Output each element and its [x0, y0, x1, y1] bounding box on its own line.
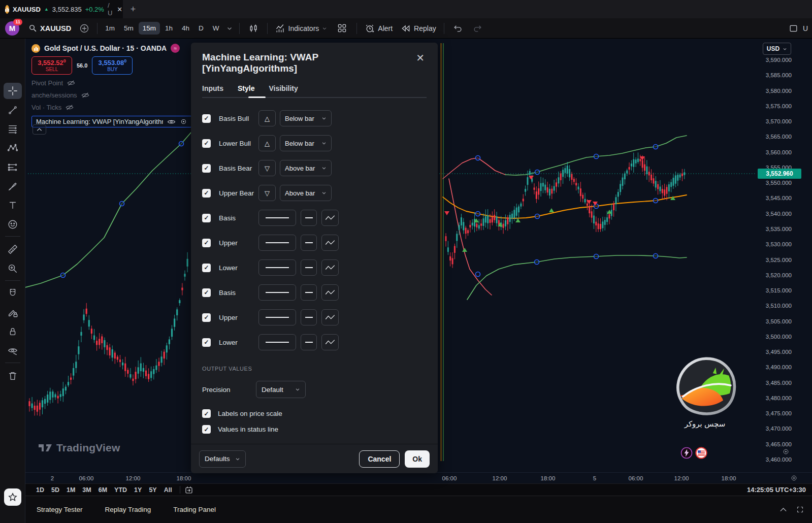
line-style-button[interactable] [321, 210, 339, 226]
trash-icon[interactable] [4, 368, 22, 384]
timeframe-D[interactable]: D [194, 22, 208, 35]
timeframe-W[interactable]: W [209, 22, 223, 35]
checkbox-checked[interactable]: ✓ [202, 164, 211, 173]
checkbox-checked[interactable]: ✓ [202, 338, 211, 347]
line-style-button[interactable] [321, 235, 339, 251]
layout-grid-icon[interactable] [331, 23, 353, 33]
undo-icon[interactable] [448, 23, 468, 33]
line-color-button[interactable] [258, 284, 296, 301]
eye-icon[interactable] [167, 118, 176, 125]
alert-button[interactable]: Alert [361, 21, 397, 36]
checkbox-checked[interactable]: ✓ [202, 214, 211, 222]
eye-off-icon[interactable] [81, 91, 90, 99]
tab-style[interactable]: Style [238, 84, 254, 97]
time-axis[interactable]: 206:0012:0018:0006:0012:0018:00506:0012:… [25, 472, 812, 483]
hide-drawings-icon[interactable] [4, 343, 22, 359]
ideas-stream-icon[interactable]: ≈ [171, 44, 180, 53]
clock[interactable]: 14:25:05 UTC+3:30 [747, 486, 806, 494]
line-width-button[interactable] [301, 210, 317, 226]
panel-tab-strategy-tester[interactable]: Strategy Tester [37, 503, 83, 516]
go-to-date-icon[interactable] [184, 485, 193, 495]
us-flag-icon[interactable] [695, 447, 707, 459]
panel-tab-trading-panel[interactable]: Trading Panel [173, 503, 216, 516]
symbol-search[interactable]: XAUUSD [24, 21, 75, 35]
checkbox-checked[interactable]: ✓ [202, 409, 211, 418]
lightning-icon[interactable] [680, 447, 693, 459]
text-icon[interactable] [4, 197, 22, 213]
line-color-button[interactable] [258, 235, 296, 251]
line-color-button[interactable] [258, 309, 296, 325]
cancel-button[interactable]: Cancel [359, 450, 400, 468]
zoom-in-icon[interactable] [4, 260, 22, 277]
timeframe-15m[interactable]: 15m [139, 22, 160, 35]
xabcd-pattern-icon[interactable] [4, 140, 22, 156]
position-dropdown[interactable]: Below bar [280, 110, 332, 126]
projection-icon[interactable] [4, 159, 22, 175]
range-3m[interactable]: 3M [79, 485, 94, 495]
line-color-button[interactable] [258, 334, 296, 350]
redo-icon[interactable] [468, 23, 488, 33]
line-width-button[interactable] [301, 309, 317, 325]
eye-off-icon[interactable] [67, 79, 76, 87]
triangle-up-shape-button[interactable]: △ [258, 135, 276, 151]
ok-button[interactable]: Ok [405, 450, 430, 468]
indicators-button[interactable]: Indicators [271, 21, 332, 36]
range-5y[interactable]: 5Y [145, 485, 160, 495]
line-color-button[interactable] [258, 210, 296, 226]
line-color-button[interactable] [258, 259, 296, 276]
tab-inputs[interactable]: Inputs [202, 84, 223, 97]
magnet-icon[interactable] [4, 285, 22, 302]
drawing-lock-icon[interactable] [4, 305, 22, 321]
legend-collapse-button[interactable] [33, 124, 46, 135]
checkbox-checked[interactable]: ✓ [202, 114, 211, 123]
symbol-title[interactable]: Gold Spot / U.S. Dollar · 15 · OANDA [44, 44, 167, 52]
range-1y[interactable]: 1Y [131, 485, 145, 495]
timeframe-4h[interactable]: 4h [178, 22, 193, 35]
crosshair-icon[interactable] [4, 83, 22, 99]
line-width-button[interactable] [301, 284, 317, 301]
new-tab-button[interactable]: + [127, 3, 139, 15]
checkbox-checked[interactable]: ✓ [202, 264, 211, 272]
indicator-row-hidden[interactable]: anche/sessions [31, 91, 192, 99]
line-width-button[interactable] [301, 235, 317, 251]
line-style-button[interactable] [321, 259, 339, 276]
position-dropdown[interactable]: Above bar [280, 185, 332, 201]
line-width-button[interactable] [301, 259, 317, 276]
add-symbol-icon[interactable] [79, 23, 89, 34]
favorites-star-button[interactable] [4, 488, 21, 506]
buy-button[interactable]: 3,553.080 BUY [92, 56, 133, 75]
checkbox-checked[interactable]: ✓ [202, 189, 211, 198]
settings-gear-icon[interactable] [180, 118, 187, 125]
range-ytd[interactable]: YTD [111, 485, 131, 495]
tab-visibility[interactable]: Visibility [269, 84, 298, 97]
indicator-row-hidden[interactable]: Vol · Ticks [31, 104, 192, 111]
currency-selector[interactable]: USD [763, 43, 791, 55]
maximize-icon[interactable] [796, 506, 804, 513]
range-5d[interactable]: 5D [48, 485, 63, 495]
range-1m[interactable]: 1M [63, 485, 79, 495]
line-style-button[interactable] [321, 309, 339, 325]
checkbox-checked[interactable]: ✓ [202, 425, 211, 434]
line-width-button[interactable] [301, 334, 317, 350]
chevron-up-icon[interactable] [779, 507, 787, 512]
triangle-up-shape-button[interactable]: △ [258, 110, 276, 126]
timeframe-1m[interactable]: 1m [101, 22, 119, 35]
timeframe-1h[interactable]: 1h [161, 22, 177, 35]
option-labels-on-price-scale[interactable]: ✓Labels on price scale [202, 409, 427, 418]
triangle-down-shape-button[interactable]: ▽ [258, 160, 276, 176]
position-dropdown[interactable]: Above bar [280, 160, 332, 176]
lock-icon[interactable] [4, 323, 22, 340]
checkbox-checked[interactable]: ✓ [202, 313, 211, 322]
timeframe-5m[interactable]: 5m [120, 22, 138, 35]
panel-tab-replay-trading[interactable]: Replay Trading [105, 503, 151, 516]
trend-line-icon[interactable] [4, 102, 22, 118]
range-1d[interactable]: 1D [33, 485, 48, 495]
ruler-icon[interactable] [4, 241, 22, 257]
indicator-row-ml-vwap[interactable]: Machine Learning: VWAP [YinYangAlgorithm… [31, 116, 192, 127]
indicator-row-hidden[interactable]: Pivot Point [31, 79, 192, 87]
emoji-icon[interactable] [4, 216, 22, 233]
panel-toggle-icon[interactable] [789, 24, 798, 32]
fib-retracement-icon[interactable] [4, 121, 22, 137]
time-axis-settings-icon[interactable] [790, 474, 798, 484]
line-style-button[interactable] [321, 284, 339, 301]
